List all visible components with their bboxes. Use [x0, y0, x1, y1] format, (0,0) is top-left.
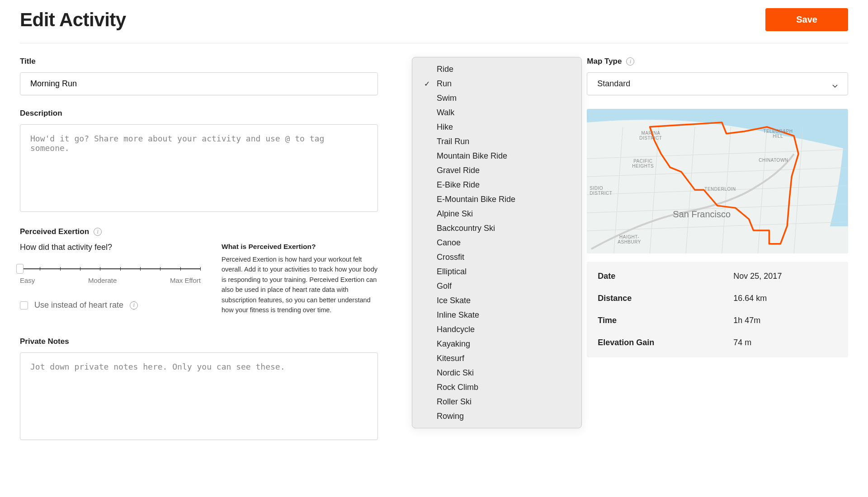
sport-option[interactable]: Kitesurf	[412, 351, 581, 366]
sport-option[interactable]: E-Bike Ride	[412, 178, 581, 192]
sport-option[interactable]: Handcycle	[412, 322, 581, 337]
info-icon[interactable]: i	[94, 228, 102, 236]
map-area-label: MARINA DISTRICT	[639, 131, 662, 141]
map-city-label: San Francisco	[673, 209, 731, 220]
stat-time-label: Time	[598, 316, 733, 325]
map-area-label: TELEGRAPH HILL	[763, 129, 793, 139]
title-label: Title	[20, 57, 378, 66]
map-area-label: CHINATOWN	[759, 158, 788, 163]
map-area-label: PACIFIC HEIGHTS	[632, 159, 654, 169]
heart-rate-checkbox-label: Use instead of heart rate	[34, 300, 123, 310]
map-type-label: Map Type i	[587, 57, 848, 66]
route-map[interactable]: MARINA DISTRICT TELEGRAPH HILL PACIFIC H…	[587, 109, 848, 253]
sport-option[interactable]: Inline Skate	[412, 308, 581, 322]
sport-option[interactable]: Backcountry Ski	[412, 221, 581, 235]
sport-option[interactable]: Golf	[412, 279, 581, 293]
sport-option[interactable]: Nordic Ski	[412, 366, 581, 380]
sport-option[interactable]: Hike	[412, 120, 581, 134]
sport-option[interactable]: E-Mountain Bike Ride	[412, 192, 581, 206]
exertion-help-title: What is Perceived Exertion?	[222, 243, 378, 251]
sport-option[interactable]: Elliptical	[412, 264, 581, 279]
slider-handle[interactable]	[16, 264, 24, 274]
description-textarea[interactable]	[20, 124, 378, 212]
map-area-label: TENDERLOIN	[704, 187, 736, 192]
stat-elev-value: 74 m	[733, 338, 751, 347]
sport-option[interactable]: Walk	[412, 105, 581, 120]
page-header: Edit Activity Save	[20, 0, 848, 43]
description-label: Description	[20, 109, 378, 118]
sport-option[interactable]: Ice Skate	[412, 293, 581, 308]
stat-distance-label: Distance	[598, 294, 733, 303]
chevron-down-icon	[832, 81, 838, 87]
exertion-label: Perceived Exertion i	[20, 227, 378, 236]
sport-option[interactable]: Swim	[412, 91, 581, 105]
sport-option[interactable]: Roller Ski	[412, 394, 581, 409]
stat-time-value: 1h 47m	[733, 316, 760, 325]
exertion-question: How did that activity feel?	[20, 243, 201, 252]
sport-option[interactable]: Trail Run	[412, 134, 581, 149]
stat-elev-label: Elevation Gain	[598, 338, 733, 347]
map-area-label: HAIGHT- ASHBURY	[618, 234, 641, 244]
heart-rate-checkbox[interactable]	[20, 301, 28, 309]
sport-option[interactable]: Rowing	[412, 409, 581, 423]
map-area-label: SIDIODISTRICT	[590, 186, 612, 196]
sport-option[interactable]: Gravel Ride	[412, 163, 581, 178]
sport-option[interactable]: Crossfit	[412, 250, 581, 264]
map-type-select[interactable]: Standard	[587, 72, 848, 95]
sport-option[interactable]: Canoe	[412, 235, 581, 250]
activity-stats: DateNov 25, 2017 Distance16.64 km Time1h…	[587, 262, 848, 357]
page-title: Edit Activity	[20, 9, 126, 31]
private-notes-label: Private Notes	[20, 337, 378, 346]
private-notes-textarea[interactable]	[20, 352, 378, 440]
slider-scale-labels: Easy Moderate Max Effort	[20, 277, 201, 284]
sport-option[interactable]: Rock Climb	[412, 380, 581, 394]
stat-distance-value: 16.64 km	[733, 294, 767, 303]
stat-date-label: Date	[598, 272, 733, 281]
exertion-slider[interactable]	[20, 264, 201, 274]
save-button[interactable]: Save	[765, 8, 848, 31]
sport-option[interactable]: Mountain Bike Ride	[412, 149, 581, 163]
exertion-help-text: Perceived Exertion is how hard your work…	[222, 254, 378, 315]
sport-option[interactable]: Alpine Ski	[412, 206, 581, 221]
title-input[interactable]	[20, 72, 378, 95]
stat-date-value: Nov 25, 2017	[733, 272, 782, 281]
sport-option[interactable]: Run	[412, 76, 581, 91]
sport-option[interactable]: Ride	[412, 62, 581, 76]
info-icon[interactable]: i	[130, 301, 138, 309]
info-icon[interactable]: i	[626, 57, 634, 66]
sport-option[interactable]: Kayaking	[412, 337, 581, 351]
sport-type-dropdown[interactable]: RideRunSwimWalkHikeTrail RunMountain Bik…	[412, 57, 582, 428]
